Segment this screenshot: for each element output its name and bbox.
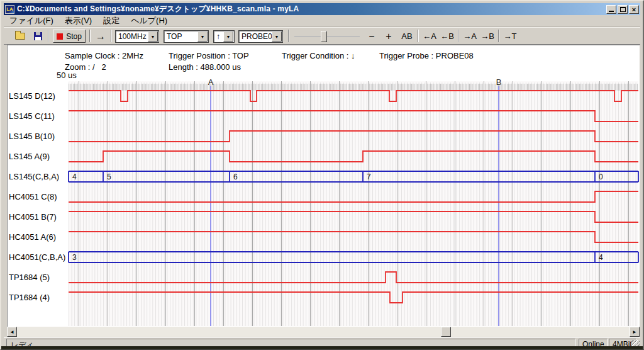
- signal-label: HC4051 A(6): [9, 232, 56, 242]
- trigger-position-value: TOP: [167, 32, 182, 41]
- bus-value: 7: [367, 172, 371, 181]
- stop-button[interactable]: Stop: [53, 30, 86, 43]
- bus-value: 3: [72, 253, 77, 262]
- clock-combobox[interactable]: 100MHz▼: [115, 30, 159, 43]
- desktop-edge: [1, 346, 643, 349]
- waveform-plot[interactable]: AB 4567034: [69, 80, 638, 326]
- trigger-position-info: Trigger Position : TOP: [169, 51, 249, 60]
- zoom-slider[interactable]: [294, 30, 360, 43]
- trigger-position-combobox[interactable]: TOP▼: [164, 30, 209, 43]
- signal-label: LS145 D(12): [9, 91, 55, 101]
- signal-label: LS145 B(10): [9, 132, 55, 141]
- trigger-edge-combobox[interactable]: ↑▼: [213, 30, 235, 43]
- scroll-right-button[interactable]: ►: [630, 327, 640, 337]
- menu-file[interactable]: ファイル(F): [4, 14, 59, 27]
- app-window: LA C:¥Documents and Settings¥noname¥デスクト…: [0, 0, 644, 350]
- toolbar: Stop → 100MHz▼ TOP▼ ↑▼ PROBE00▼ − + AB ←…: [4, 27, 640, 45]
- length-info: Length : 488.000 us: [169, 62, 241, 72]
- menu-settings[interactable]: 設定: [97, 14, 125, 27]
- goto-marker-a-right-button[interactable]: →A: [461, 30, 479, 42]
- bus-value: 6: [233, 172, 238, 181]
- trigger-probe-info: Trigger Probe : PROBE08: [379, 51, 474, 60]
- chevron-down-icon[interactable]: ▼: [272, 31, 282, 42]
- bus-value: 0: [599, 172, 603, 181]
- arrow-right-icon: ►: [632, 329, 637, 335]
- zoom-in-button[interactable]: +: [381, 30, 396, 42]
- menu-help[interactable]: ヘルプ(H): [125, 14, 173, 27]
- toolbar-separator: [418, 30, 419, 42]
- open-folder-icon: [15, 33, 25, 40]
- window-title: C:¥Documents and Settings¥noname¥デスクトップ¥…: [17, 4, 299, 14]
- toolbar-separator: [498, 30, 499, 42]
- stop-icon: [57, 33, 63, 40]
- clock-value: 100MHz: [118, 32, 147, 41]
- scroll-left-button[interactable]: ◄: [7, 327, 17, 337]
- marker-label-a: A: [208, 77, 214, 87]
- trigger-edge-value: ↑: [216, 32, 220, 41]
- toolbar-separator: [89, 30, 91, 42]
- maximize-icon: [620, 7, 626, 12]
- maximize-button[interactable]: [618, 5, 628, 14]
- close-icon: ×: [632, 6, 636, 13]
- zoom-out-button[interactable]: −: [364, 30, 379, 42]
- bus-value: 4: [72, 172, 77, 181]
- marker-label-b: B: [496, 77, 502, 87]
- app-icon[interactable]: LA: [5, 5, 14, 14]
- toolbar-separator: [48, 30, 49, 42]
- time-scale-label: 50 us: [57, 71, 77, 80]
- open-button[interactable]: [13, 29, 28, 43]
- chevron-down-icon[interactable]: ▼: [197, 31, 208, 42]
- zoom-ab-button[interactable]: AB: [398, 30, 416, 42]
- chevron-down-icon[interactable]: ▼: [223, 31, 233, 42]
- save-button[interactable]: [30, 29, 45, 43]
- goto-trigger-button[interactable]: →T: [501, 30, 519, 42]
- title-bar[interactable]: LA C:¥Documents and Settings¥noname¥デスクト…: [4, 3, 640, 15]
- goto-marker-a-left-button[interactable]: ←A: [421, 30, 438, 42]
- trigger-condition-info: Trigger Condition : ↓: [282, 51, 355, 60]
- goto-marker-b-right-button[interactable]: →B: [479, 30, 496, 42]
- toolbar-separator: [288, 30, 289, 42]
- menu-bar: ファイル(F) 表示(V) 設定 ヘルプ(H): [4, 15, 640, 27]
- chevron-down-icon[interactable]: ▼: [148, 31, 158, 42]
- signal-label: LS145 C(11): [9, 111, 55, 121]
- signal-label: HC4051(C,B,A): [9, 252, 65, 262]
- toolbar-separator: [458, 30, 459, 42]
- save-floppy-icon: [34, 32, 42, 40]
- signal-label: LS145(C,B,A): [9, 172, 59, 181]
- sample-clock-info: Sample Clock : 2MHz: [65, 51, 143, 60]
- menu-view[interactable]: 表示(V): [59, 14, 97, 27]
- slider-thumb[interactable]: [321, 31, 327, 42]
- run-button[interactable]: →: [92, 30, 109, 42]
- probe-combobox[interactable]: PROBE00▼: [238, 30, 283, 43]
- bus-value: 5: [107, 172, 111, 181]
- goto-marker-b-left-button[interactable]: ←B: [438, 30, 456, 42]
- bus-value: 4: [599, 253, 603, 262]
- signal-label: TP1684 (5): [9, 273, 50, 282]
- arrow-left-icon: ◄: [9, 329, 14, 335]
- stop-label: Stop: [66, 32, 82, 41]
- signal-label: LS145 A(9): [9, 152, 50, 161]
- signal-label: HC4051 C(8): [9, 192, 57, 201]
- scrollbar-thumb[interactable]: [441, 327, 451, 337]
- signal-label: TP1684 (4): [9, 293, 50, 302]
- toolbar-separator: [111, 30, 112, 42]
- slider-track: [294, 36, 360, 37]
- grid-major-lines: [69, 81, 638, 326]
- signal-label: HC4051 B(7): [9, 212, 57, 222]
- horizontal-scrollbar[interactable]: ◄ ►: [7, 327, 640, 337]
- close-button[interactable]: ×: [629, 5, 639, 14]
- minimize-icon: [609, 11, 614, 12]
- minimize-button[interactable]: [606, 5, 616, 14]
